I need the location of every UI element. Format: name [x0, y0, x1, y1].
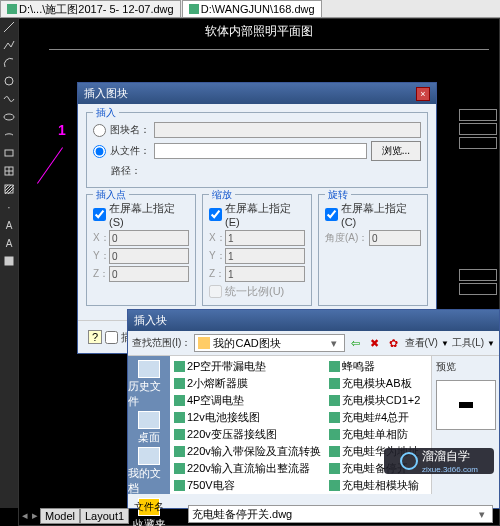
angle-input	[369, 230, 421, 246]
file-tab-2[interactable]: D:\WANGJUN\168.dwg	[182, 0, 322, 17]
folder-combo[interactable]: 我的CAD图块 ▾	[194, 334, 344, 352]
file-item[interactable]: 4P空调电垫	[172, 392, 323, 409]
file-path-input[interactable]	[154, 143, 367, 159]
polyline-tool[interactable]	[0, 36, 18, 54]
block-name-input	[154, 122, 421, 138]
spline-tool[interactable]	[0, 90, 18, 108]
dwg-icon	[174, 412, 185, 423]
file-item[interactable]: 2小熔断器膜	[172, 375, 323, 392]
file-item[interactable]: 充电模块AB板	[327, 375, 429, 392]
angle-label: 角度(A)：	[325, 231, 369, 245]
z-input	[109, 266, 189, 282]
place-documents[interactable]: 我的文档	[128, 447, 170, 496]
scale-group: 缩放 在屏幕上指定(E) X： Y： Z： 统一比例(U)	[202, 194, 312, 306]
dwg-icon	[329, 480, 340, 491]
rotation-group: 旋转 在屏幕上指定(C) 角度(A)：	[318, 194, 428, 306]
dwg-icon	[174, 395, 185, 406]
ellipse-arc-tool[interactable]	[0, 126, 18, 144]
mtext-tool[interactable]: A	[0, 234, 18, 252]
file-item[interactable]: 220v输入直流输出整流器	[172, 460, 323, 477]
file-tab-1[interactable]: D:\...\施工图2017- 5- 12-07.dwg	[0, 0, 181, 17]
file-item[interactable]: 充电模块CD1+2	[327, 392, 429, 409]
drawing-legend	[459, 109, 497, 151]
onscreen-scale-checkbox[interactable]	[209, 208, 222, 221]
history-icon	[138, 360, 160, 378]
folder-name: 我的CAD图块	[213, 336, 280, 351]
dwg-icon	[174, 361, 185, 372]
file-item[interactable]: 充电蛙单相防	[327, 426, 429, 443]
dialog-titlebar[interactable]: 插入图块 ×	[78, 83, 436, 104]
uniform-scale-label: 统一比例(U)	[225, 284, 284, 299]
dwg-icon	[174, 378, 185, 389]
x-label: X：	[93, 231, 109, 245]
file-browse-dialog: 插入块 查找范围(I)： 我的CAD图块 ▾ ⇦ ✖ ✿ 查看(V)▼ 工具(L…	[127, 309, 500, 509]
up-icon[interactable]: ✿	[386, 335, 402, 351]
layout-tab[interactable]: Layout1	[80, 508, 129, 524]
left-toolbar: · A A	[0, 18, 18, 508]
onscreen-rotate-checkbox[interactable]	[325, 208, 338, 221]
folder-icon	[198, 337, 210, 349]
explode-checkbox[interactable]	[105, 331, 118, 344]
browse-button[interactable]: 浏览...	[371, 141, 421, 161]
dwg-icon	[174, 463, 185, 474]
onscreen-point-checkbox[interactable]	[93, 208, 106, 221]
rect-tool[interactable]	[0, 144, 18, 162]
file-item[interactable]: 220v输入带保险及直流转换	[172, 443, 323, 460]
svg-point-0	[5, 77, 13, 85]
back-icon[interactable]: ⇦	[348, 335, 364, 351]
from-file-radio[interactable]	[93, 145, 106, 158]
tools-menu[interactable]: 工具(L)	[452, 336, 484, 350]
help-icon[interactable]: ?	[88, 330, 102, 344]
region-tool[interactable]	[0, 252, 18, 270]
dwg-icon	[329, 412, 340, 423]
model-tab[interactable]: Model	[40, 508, 80, 524]
line-tool[interactable]	[0, 18, 18, 36]
hatch-tool[interactable]	[0, 180, 18, 198]
point-tool[interactable]: ·	[0, 198, 18, 216]
dialog-titlebar[interactable]: 插入块	[128, 310, 499, 331]
preview-label: 预览	[434, 358, 497, 376]
dialog-title: 插入图块	[84, 86, 128, 101]
dwg-icon	[329, 446, 340, 457]
file-item[interactable]: 蜂鸣器	[327, 358, 429, 375]
file-item[interactable]: 220v变压器接线图	[172, 426, 323, 443]
sx-input	[225, 230, 305, 246]
file-item[interactable]: 2P空开带漏电垫	[172, 358, 323, 375]
block-name-radio[interactable]	[93, 124, 106, 137]
dwg-icon	[174, 446, 185, 457]
group-label: 插入点	[93, 188, 129, 202]
sz-input	[225, 266, 305, 282]
desktop-icon	[138, 411, 160, 429]
place-desktop[interactable]: 桌面	[138, 411, 160, 445]
file-item[interactable]: 12v电池接线图	[172, 409, 323, 426]
group-label: 缩放	[209, 188, 235, 202]
file-item[interactable]: 充电蛙#4总开	[327, 409, 429, 426]
file-item[interactable]: 750V电容	[172, 477, 323, 494]
dialog-title: 插入块	[134, 313, 167, 328]
insert-block-tool[interactable]	[0, 162, 18, 180]
circle-tool[interactable]	[0, 72, 18, 90]
ellipse-tool[interactable]	[0, 108, 18, 126]
text-tool[interactable]: A	[0, 216, 18, 234]
file-item[interactable]: 充电蛙相模块输	[327, 477, 429, 494]
dwg-icon	[329, 463, 340, 474]
dwg-icon	[7, 4, 17, 14]
group-label: 插入	[93, 106, 119, 120]
drawing-border	[49, 49, 489, 50]
group-label: 旋转	[325, 188, 351, 202]
arc-tool[interactable]	[0, 54, 18, 72]
filename-combo[interactable]: 充电蛙备停开关.dwg▾	[188, 505, 493, 523]
close-icon[interactable]: ×	[416, 87, 430, 101]
delete-icon[interactable]: ✖	[367, 335, 383, 351]
watermark-logo-icon	[400, 452, 418, 470]
view-menu[interactable]: 查看(V)	[405, 336, 438, 350]
file-tabs: D:\...\施工图2017- 5- 12-07.dwg D:\WANGJUN\…	[0, 0, 500, 18]
drawing-title: 软体内部照明平面图	[19, 23, 499, 40]
place-history[interactable]: 历史文件	[128, 360, 170, 409]
block-name-label: 图块名：	[110, 123, 150, 137]
layout-tabs: ◂ ▸ Model Layout1	[20, 508, 129, 524]
from-file-label: 从文件：	[110, 144, 150, 158]
dwg-icon	[189, 4, 199, 14]
preview-thumbnail	[436, 380, 496, 430]
drawing-legend-2	[459, 269, 497, 297]
